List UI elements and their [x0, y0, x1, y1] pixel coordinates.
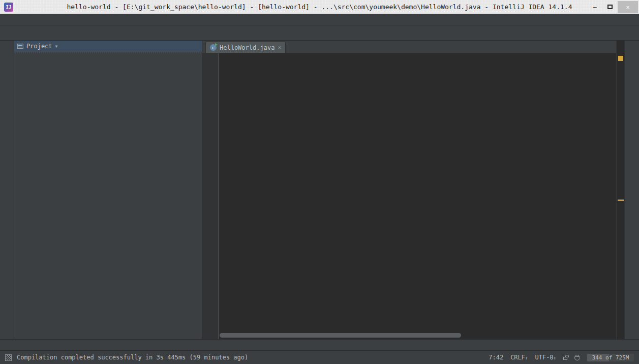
caret-position-widget[interactable]: 7:42 [489, 354, 503, 361]
tab-helloworld-java[interactable]: c HelloWorld.java × [205, 42, 286, 53]
right-tool-stripe [624, 41, 639, 339]
line-separator-widget[interactable]: CRLF↕ [510, 354, 528, 361]
tab-label: HelloWorld.java [220, 44, 275, 51]
lock-icon[interactable] [563, 357, 567, 360]
editor-gutter [202, 53, 219, 339]
title-bar: IJ hello-world - [E:\git_work_space\hell… [0, 0, 639, 14]
project-view-icon [17, 44, 23, 49]
updown-icon: ↕ [554, 355, 556, 360]
hector-inspector-icon[interactable] [574, 355, 580, 360]
main-toolbar [0, 25, 639, 41]
memory-indicator[interactable]: 344 of 725M [587, 354, 634, 361]
error-stripe[interactable] [616, 41, 624, 339]
toggle-stripes-icon[interactable] [5, 354, 12, 361]
tab-close-icon[interactable]: × [278, 44, 281, 51]
caret-stripe-mark[interactable] [618, 200, 624, 201]
window-title: hello-world - [E:\git_work_space\hello-w… [0, 3, 639, 11]
menu-bar [0, 14, 639, 25]
code-editor[interactable] [202, 53, 616, 339]
status-bar-widgets: 7:42 CRLF↕ UTF-8↕ 344 of 725M [489, 354, 634, 361]
project-tool-window: Project ▼ [14, 41, 202, 339]
close-button[interactable]: ✕ [618, 1, 638, 13]
minimize-button[interactable]: — [587, 2, 602, 12]
code-content [219, 53, 616, 339]
editor-tab-bar: c HelloWorld.java × [202, 41, 616, 53]
encoding-widget[interactable]: UTF-8↕ [535, 354, 556, 361]
window-controls: — ✕ [587, 0, 639, 14]
bottom-tool-bar [0, 339, 639, 350]
intellij-idea-window: { "window": { "title": "hello-world - [E… [0, 0, 639, 364]
status-bar: Compilation completed successfully in 3s… [0, 350, 639, 364]
project-view-label: Project [26, 43, 52, 50]
project-view-combo[interactable]: Project ▼ [17, 43, 57, 50]
status-message: Compilation completed successfully in 3s… [17, 354, 248, 361]
maximize-button[interactable] [602, 2, 618, 12]
java-class-icon: c [210, 44, 217, 51]
project-view-caret: ▼ [55, 44, 58, 49]
warning-stripe-mark[interactable] [618, 56, 623, 61]
project-panel-header: Project ▼ [14, 41, 202, 52]
main-area: Project ▼ c HelloWorld.java × [0, 41, 639, 339]
editor-area: c HelloWorld.java × [202, 41, 616, 339]
maximize-icon [607, 5, 613, 9]
horizontal-scrollbar[interactable] [220, 333, 461, 338]
updown-icon: ↕ [525, 355, 528, 360]
left-tool-stripe [0, 41, 14, 339]
project-tree [14, 52, 202, 53]
